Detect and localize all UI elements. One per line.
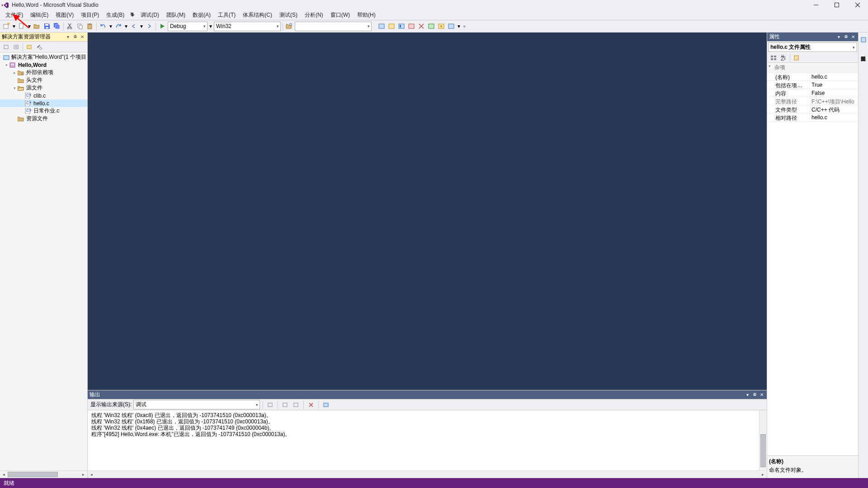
se-show-all-button[interactable] — [25, 42, 34, 52]
menu-debug[interactable]: 调试(D) — [137, 10, 163, 20]
tree-folder-resources[interactable]: 资源文件 — [0, 115, 87, 122]
platform-combo[interactable]: Win32▾ — [214, 22, 281, 31]
prop-value[interactable]: hello.c — [810, 73, 858, 80]
output-vscroll[interactable] — [759, 410, 767, 470]
collapse-icon[interactable]: ▾ — [12, 86, 17, 90]
tb-ext-5[interactable] — [417, 22, 426, 31]
prop-row[interactable]: 包括在项目中True — [767, 81, 858, 89]
nav-back-dropdown[interactable]: ▾ — [139, 22, 144, 31]
tb-overflow[interactable]: ▿ — [462, 22, 467, 31]
start-debug-button[interactable] — [158, 22, 167, 31]
menu-team[interactable]: 团队(M) — [163, 10, 189, 20]
panel-close-button[interactable]: ✕ — [79, 34, 85, 40]
panel-pin-button[interactable] — [843, 34, 849, 40]
undo-dropdown[interactable]: ▾ — [108, 22, 113, 31]
output-wrap-button[interactable] — [321, 400, 330, 409]
output-btn-1[interactable] — [266, 400, 275, 409]
open-file-button[interactable] — [33, 22, 42, 31]
output-clear-button[interactable] — [307, 400, 316, 409]
save-button[interactable] — [42, 22, 52, 31]
output-source-combo[interactable]: 调试▾ — [133, 400, 260, 409]
panel-pin-button[interactable] — [751, 392, 758, 398]
tree-file-hello[interactable]: c+ hello.c — [0, 99, 87, 107]
menu-window[interactable]: 窗口(W) — [327, 10, 354, 20]
tree-project-node[interactable]: ▾ Hello,Word — [0, 61, 87, 69]
nav-fwd-button[interactable] — [145, 22, 154, 31]
se-hscroll[interactable]: ◂ ▸ — [0, 470, 87, 478]
new-project-button[interactable] — [2, 22, 11, 31]
panel-close-button[interactable]: ✕ — [759, 392, 765, 398]
se-home-button[interactable] — [2, 42, 11, 52]
properties-object-combo[interactable]: hello.c 文件属性 ▾ — [768, 42, 857, 52]
menu-test[interactable]: 测试(S) — [276, 10, 301, 20]
menu-arch[interactable]: 体系结构(C) — [239, 10, 276, 20]
paste-button[interactable] — [85, 22, 94, 31]
menu-analyze[interactable]: 分析(N) — [301, 10, 327, 20]
prop-category[interactable]: 杂项 — [767, 63, 858, 73]
prop-pages-button[interactable] — [792, 53, 801, 62]
tree-file-daily[interactable]: c+ 日常作业.c — [0, 107, 87, 115]
output-header[interactable]: 输出 ▾ ✕ — [88, 390, 767, 399]
tb-ext-2[interactable] — [387, 22, 396, 31]
maximize-button[interactable] — [826, 0, 847, 10]
output-text[interactable]: 线程 'Win32 线程' (0xac8) 已退出，返回值为 -10737415… — [88, 410, 767, 470]
collapse-icon[interactable]: ▾ — [4, 63, 9, 67]
se-properties-button[interactable] — [35, 42, 44, 52]
menu-view[interactable]: 视图(V) — [52, 10, 77, 20]
tree-folder-headers[interactable]: 头文件 — [0, 76, 87, 84]
panel-dropdown-button[interactable]: ▾ — [744, 392, 750, 398]
menu-icon-1[interactable] — [128, 10, 137, 19]
config-combo[interactable]: Debug▾ — [168, 22, 208, 31]
find-in-files-button[interactable] — [285, 22, 294, 31]
close-button[interactable] — [847, 0, 868, 10]
output-btn-3[interactable] — [292, 400, 301, 409]
expand-icon[interactable]: ▸ — [12, 70, 17, 75]
find-combo[interactable]: ▾ — [295, 22, 372, 31]
editor-hscroll[interactable]: ◂ ▸ — [88, 470, 767, 478]
prop-row[interactable]: 内容False — [767, 89, 858, 97]
menu-help[interactable]: 帮助(H) — [354, 10, 379, 20]
scroll-left-icon[interactable]: ◂ — [0, 472, 8, 477]
menu-project[interactable]: 项目(P) — [77, 10, 103, 20]
tree-file-clib[interactable]: c+ clib.c — [0, 92, 87, 99]
add-dropdown[interactable]: ▾ — [27, 22, 32, 31]
prop-alpha-button[interactable]: AZ — [779, 53, 788, 62]
tree-solution-node[interactable]: 解决方案"Hello,Word"(1 个项目 — [0, 53, 87, 61]
redo-dropdown[interactable]: ▾ — [124, 22, 128, 31]
tb-ext-4[interactable] — [407, 22, 416, 31]
redo-button[interactable] — [114, 22, 123, 31]
tb-ext-3[interactable] — [397, 22, 406, 31]
prop-value[interactable]: False — [810, 89, 858, 97]
panel-dropdown-button[interactable]: ▾ — [65, 34, 71, 40]
se-refresh-button[interactable] — [12, 42, 21, 52]
menu-data[interactable]: 数据(A) — [189, 10, 214, 20]
tb-ext-drop[interactable]: ▾ — [457, 22, 461, 31]
panel-close-button[interactable]: ✕ — [850, 34, 856, 40]
tree-folder-ext[interactable]: ▸ 外部依赖项 — [0, 69, 87, 76]
prop-value[interactable]: True — [810, 81, 858, 89]
panel-pin-button[interactable] — [72, 34, 78, 40]
minimize-button[interactable] — [806, 0, 826, 10]
undo-button[interactable] — [99, 22, 108, 31]
scroll-left-icon[interactable]: ◂ — [88, 472, 95, 477]
config-extra[interactable]: ▾ — [208, 22, 213, 31]
prop-row[interactable]: 文件类型C/C++ 代码 — [767, 105, 858, 113]
scroll-right-icon[interactable]: ▸ — [80, 472, 87, 477]
panel-dropdown-button[interactable]: ▾ — [835, 34, 842, 40]
editor-area[interactable] — [88, 33, 767, 390]
menu-build[interactable]: 生成(B) — [103, 10, 128, 20]
tb-ext-7[interactable] — [437, 22, 446, 31]
output-btn-2[interactable] — [281, 400, 290, 409]
new-dropdown[interactable]: ▾ — [12, 22, 16, 31]
tb-ext-8[interactable] — [447, 22, 456, 31]
tree-folder-sources[interactable]: ▾ 源文件 — [0, 84, 87, 92]
add-item-button[interactable] — [17, 22, 26, 31]
prop-row[interactable]: 完整路径F:\C++\项目\Hello — [767, 97, 858, 105]
menu-file[interactable]: 文件(F) — [2, 10, 27, 20]
prop-row[interactable]: 相对路径hello.c — [767, 113, 858, 122]
menu-tools[interactable]: 工具(T) — [214, 10, 239, 20]
prop-categorized-button[interactable] — [769, 53, 778, 62]
copy-button[interactable] — [75, 22, 85, 31]
menu-edit[interactable]: 编辑(E) — [27, 10, 52, 20]
prop-value[interactable]: hello.c — [810, 113, 858, 121]
